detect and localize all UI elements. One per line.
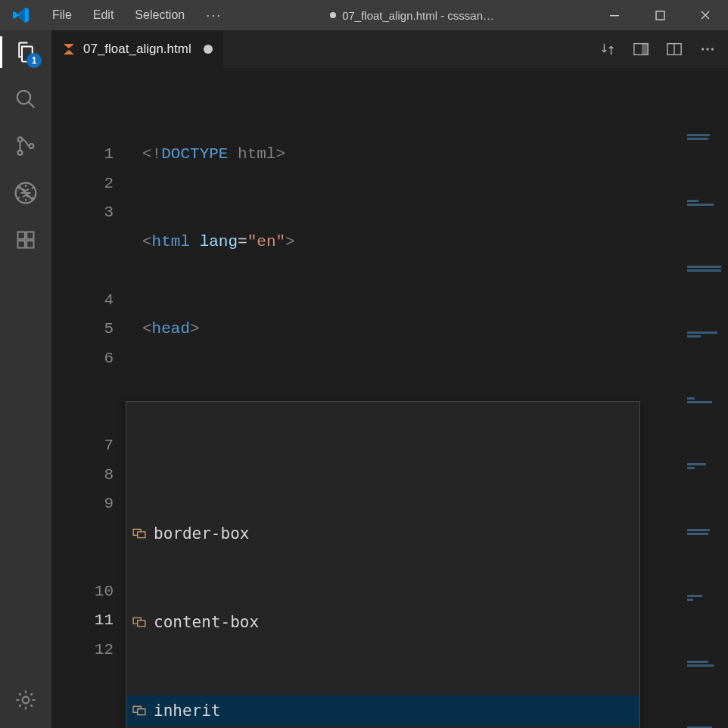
svg-rect-7 (18, 232, 25, 239)
suggestion-widget[interactable]: border-box content-box inherit initial u… (126, 401, 640, 728)
maximize-button[interactable] (637, 0, 683, 30)
menu-file[interactable]: File (42, 0, 82, 30)
html-file-icon (62, 42, 76, 56)
window-title-text: 07_float_align.html - csssan… (342, 9, 494, 22)
suggestion-item-selected[interactable]: inherit (126, 695, 639, 726)
svg-point-4 (18, 151, 23, 155)
vscode-logo (0, 6, 42, 24)
svg-rect-22 (138, 621, 145, 627)
svg-rect-0 (610, 15, 619, 16)
window-controls (592, 0, 728, 30)
svg-point-5 (30, 144, 34, 148)
svg-point-2 (17, 91, 31, 104)
settings-gear-icon[interactable] (13, 687, 39, 713)
extensions-icon[interactable] (13, 227, 39, 253)
editor-tab[interactable]: 07_float_align.html (51, 30, 224, 68)
explorer-badge: 1 (26, 53, 42, 68)
svg-point-11 (23, 697, 30, 704)
split-editor-icon[interactable] (664, 39, 684, 59)
enum-icon (132, 704, 146, 717)
svg-rect-9 (26, 241, 33, 247)
window-title: 07_float_align.html - csssan… (232, 9, 592, 22)
close-button[interactable] (683, 0, 728, 30)
editor[interactable]: 07_float_align.html 123 456 789 101112 1… (51, 30, 728, 728)
unsaved-indicator-dot (330, 12, 336, 18)
search-icon[interactable] (13, 86, 39, 112)
minimap[interactable] (687, 76, 725, 728)
svg-rect-1 (656, 11, 664, 20)
svg-rect-24 (138, 709, 145, 715)
svg-rect-13 (642, 44, 648, 55)
svg-rect-8 (18, 241, 25, 247)
titlebar: File Edit Selection ··· 07_float_align.h… (0, 0, 728, 30)
more-actions-icon[interactable] (698, 39, 717, 59)
suggestion-item[interactable]: border-box (126, 518, 639, 549)
menu-selection[interactable]: Selection (124, 0, 195, 30)
debug-icon[interactable] (13, 180, 39, 206)
svg-rect-20 (138, 532, 145, 538)
tab-unsaved-dot (204, 45, 213, 54)
enum-icon (132, 527, 146, 540)
menu-edit[interactable]: Edit (82, 0, 125, 30)
split-editor-right-icon[interactable] (631, 39, 651, 59)
svg-point-16 (702, 48, 704, 50)
enum-icon (132, 615, 146, 629)
tab-filename: 07_float_align.html (83, 42, 191, 57)
svg-rect-10 (26, 232, 33, 239)
main-menu: File Edit Selection ··· (42, 0, 232, 30)
line-gutter: 123 456 789 101112 131415 161718 192021 … (51, 82, 127, 728)
code-editor[interactable]: 123 456 789 101112 131415 161718 192021 … (51, 68, 728, 389)
svg-point-18 (711, 48, 714, 50)
tab-actions (598, 30, 728, 68)
minimize-button[interactable] (592, 0, 637, 30)
compare-changes-icon[interactable] (598, 39, 618, 59)
suggestion-item[interactable]: content-box (126, 607, 639, 637)
svg-point-3 (18, 137, 23, 142)
activity-bar: 1 (0, 30, 51, 728)
source-control-icon[interactable] (13, 133, 39, 159)
tab-bar: 07_float_align.html (51, 30, 728, 68)
svg-point-17 (706, 48, 708, 50)
menu-overflow[interactable]: ··· (195, 0, 232, 30)
explorer-icon[interactable]: 1 (13, 39, 39, 65)
suggestion-list[interactable]: border-box content-box inherit initial u… (126, 460, 639, 728)
